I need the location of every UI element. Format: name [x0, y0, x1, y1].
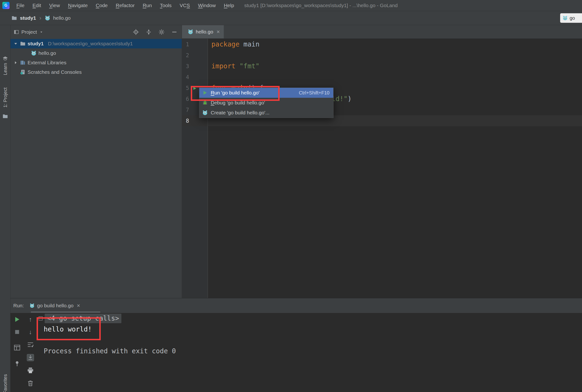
- code-line-3[interactable]: import "fmt": [208, 61, 582, 72]
- close-tab-icon[interactable]: ×: [76, 302, 80, 309]
- rerun-button[interactable]: [14, 316, 21, 323]
- tree-file-label: hello.go: [39, 50, 56, 56]
- menu-tools[interactable]: Tools: [156, 2, 176, 8]
- scroll-to-end-button[interactable]: [27, 354, 34, 361]
- menu-help[interactable]: Help: [220, 2, 238, 8]
- soft-wrap-button[interactable]: [27, 341, 34, 348]
- console-blank-line: [37, 335, 582, 346]
- console-folded-text[interactable]: <4 go setup calls>: [45, 314, 121, 323]
- tree-row-hello-go[interactable]: hello.go: [11, 48, 182, 58]
- learn-icon: [2, 56, 8, 61]
- stripe-favorites-button[interactable]: 2: Favorites: [2, 371, 9, 392]
- menu-file[interactable]: File: [12, 2, 29, 8]
- code-area[interactable]: package mainimport "fmt"func main() { fm…: [208, 39, 582, 298]
- up-stacktrace-button[interactable]: ↑: [27, 316, 34, 323]
- menu-view[interactable]: View: [45, 2, 64, 8]
- restore-layout-button[interactable]: [14, 344, 21, 351]
- project-tool-window-icon: [14, 30, 19, 35]
- breadcrumb-project[interactable]: study1: [20, 15, 36, 21]
- clear-console-button[interactable]: [27, 380, 34, 387]
- go-file-icon: [31, 50, 37, 56]
- tree-external-label: External Libraries: [28, 60, 66, 66]
- menu-refactor[interactable]: Refactor: [112, 2, 138, 8]
- go-search-box[interactable]: go: [560, 13, 582, 23]
- menu-vcs[interactable]: VCS: [176, 2, 194, 8]
- chevron-down-icon[interactable]: [39, 30, 44, 34]
- down-stacktrace-button[interactable]: ↓: [27, 328, 34, 336]
- console-folded-line: <4 go setup calls>: [37, 313, 582, 324]
- project-panel-title[interactable]: Project: [21, 29, 37, 35]
- context-menu-item[interactable]: Run 'go build hello.go'Ctrl+Shift+F10: [199, 88, 333, 98]
- context-menu-item-shortcut: Ctrl+Shift+F10: [299, 90, 330, 96]
- run-line-icon[interactable]: ▶: [193, 82, 196, 94]
- context-menu-item-label: Create 'go build hello.go'...: [211, 110, 269, 116]
- run-tab-label: go build hello.go: [37, 303, 73, 308]
- goland-logo: G: [2, 2, 10, 9]
- run-tool-window: Run: go build hello.go × ↑ ↓ <4 go setup…: [11, 298, 582, 392]
- go-search-text: go: [570, 16, 575, 21]
- project-panel: Project study1 D:\workspaces\go_workspac…: [11, 25, 182, 298]
- breadcrumb-file[interactable]: hello.go: [53, 15, 71, 21]
- print-console-button[interactable]: [27, 367, 34, 374]
- editor-tab-hello-go[interactable]: hello.go ×: [182, 25, 224, 38]
- run-panel-body: ↑ ↓ <4 go setup calls> hello world! Proc…: [11, 313, 582, 392]
- collapse-all-button[interactable]: [146, 29, 152, 35]
- code-line-1[interactable]: package main: [208, 39, 582, 50]
- scratches-icon: [20, 69, 26, 75]
- code-line-4[interactable]: [208, 72, 582, 82]
- gutter-line-2: 2: [182, 50, 208, 61]
- tree-row-project-root[interactable]: study1 D:\workspaces\go_workspaces\study…: [11, 39, 182, 48]
- close-tab-icon[interactable]: ×: [216, 28, 220, 35]
- breadcrumb-separator: ›: [40, 15, 41, 21]
- left-tool-window-stripe: Learn 1: Project 2: Favorites ★: [0, 25, 11, 392]
- menu-window[interactable]: Window: [194, 2, 220, 8]
- editor-body[interactable]: 12345▶678 package mainimport "fmt"func m…: [182, 39, 582, 298]
- run-panel-header: Run: go build hello.go ×: [11, 298, 582, 313]
- go-file-icon: [562, 16, 568, 21]
- library-icon: [20, 60, 26, 66]
- tree-root-name: study1: [28, 41, 44, 46]
- editor-gutter: 12345▶678: [182, 39, 208, 298]
- context-menu: Run 'go build hello.go'Ctrl+Shift+F10Deb…: [199, 88, 334, 118]
- run-icon: [202, 90, 208, 96]
- stripe-project-button[interactable]: 1: Project: [2, 84, 9, 110]
- menu-edit[interactable]: Edit: [29, 2, 45, 8]
- window-title: study1 [D:\workspaces\go_workspaces\stud…: [244, 2, 398, 8]
- run-console: <4 go setup calls> hello world! Process …: [37, 313, 582, 357]
- tree-row-external-libraries[interactable]: External Libraries: [11, 58, 182, 68]
- menu-run[interactable]: Run: [139, 2, 156, 8]
- menu-code[interactable]: Code: [92, 2, 112, 8]
- hide-panel-button[interactable]: [171, 29, 177, 35]
- project-tree: study1 D:\workspaces\go_workspaces\study…: [11, 39, 182, 77]
- chevron-down-icon[interactable]: [13, 41, 18, 46]
- chevron-right-icon[interactable]: [13, 60, 18, 65]
- menu-navigate[interactable]: Navigate: [64, 2, 92, 8]
- go-file-icon: [30, 303, 35, 308]
- stripe-learn-button[interactable]: Learn: [2, 62, 9, 77]
- pin-tab-button[interactable]: [14, 360, 21, 367]
- editor-tab-bar: hello.go ×: [182, 25, 582, 39]
- console-exit-line: Process finished with exit code 0: [37, 346, 582, 357]
- context-menu-item[interactable]: Debug 'go build hello.go': [199, 98, 333, 108]
- context-menu-item[interactable]: Create 'go build hello.go'...: [199, 108, 333, 118]
- run-tab[interactable]: go build hello.go ×: [30, 302, 80, 309]
- locate-file-button[interactable]: [133, 29, 139, 35]
- settings-gear-button[interactable]: [158, 29, 165, 35]
- tree-row-scratches[interactable]: Scratches and Consoles: [11, 68, 182, 77]
- debug-icon: [202, 100, 208, 106]
- gutter-line-1: 1: [182, 39, 208, 50]
- breadcrumb: study1 › hello.go go: [0, 11, 582, 25]
- tree-root-path: D:\workspaces\go_workspaces\study1: [48, 41, 133, 46]
- main-menu: FileEditViewNavigateCodeRefactorRunTools…: [12, 2, 238, 8]
- gutter-line-4: 4: [182, 72, 208, 82]
- console-output-line: hello world!: [37, 324, 582, 335]
- run-toolbar-console: ↑ ↓: [24, 313, 37, 392]
- code-line-2[interactable]: [208, 50, 582, 61]
- editor-tab-label: hello.go: [196, 29, 213, 35]
- stop-button[interactable]: [14, 328, 21, 336]
- folder-icon: [2, 114, 8, 119]
- fold-expander-icon[interactable]: [38, 316, 43, 321]
- active-tab-underline: [31, 312, 100, 312]
- go-file-icon: [45, 15, 50, 21]
- folder-icon: [12, 15, 17, 21]
